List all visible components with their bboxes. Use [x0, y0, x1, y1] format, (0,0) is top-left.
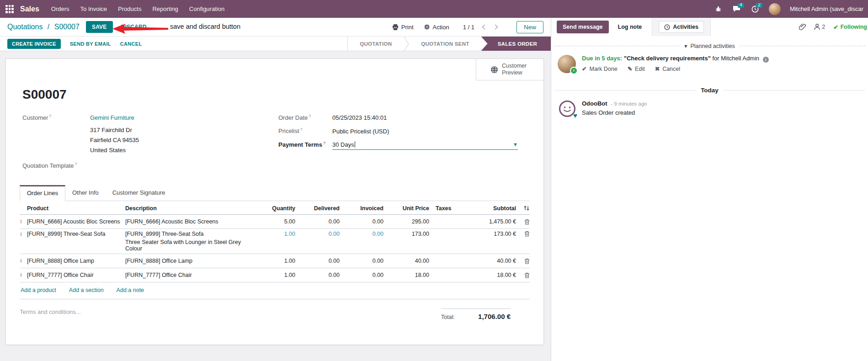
header-subtotal[interactable]: Subtotal [461, 205, 516, 212]
breadcrumb-quotations[interactable]: Quotations [7, 23, 43, 31]
drag-handle-icon[interactable]: ▲▼ [20, 259, 27, 263]
stage-quotation-sent[interactable]: QUOTATION SENT [409, 37, 481, 51]
activities-zone: Activities [652, 18, 711, 36]
control-panel: Quotations / S00007 SAVE DISCARD save an… [0, 18, 551, 36]
delete-row-icon[interactable] [524, 231, 530, 237]
customer-preview-button[interactable]: Customer Preview [476, 59, 543, 80]
activity-assignee: for Mitchell Admin [712, 55, 759, 62]
save-button[interactable]: SAVE [86, 21, 113, 33]
send-message-button[interactable]: Send message [557, 21, 609, 33]
activity-clock-icon[interactable]: 2 [751, 5, 760, 14]
tab-other-info[interactable]: Other Info [65, 185, 106, 201]
drag-handle-icon[interactable]: ▲▼ [20, 219, 27, 224]
followers-button[interactable]: 2 [814, 24, 825, 30]
breadcrumb-current: S00007 [54, 23, 80, 31]
menu-configuration[interactable]: Configuration [189, 5, 224, 12]
table-row[interactable]: ▲▼ [FURN_8999] Three-Seat Sofa [FURN_899… [20, 229, 530, 254]
apps-grid-icon[interactable] [5, 5, 14, 13]
pricelist-field[interactable]: Public Pricelist (USD) [332, 128, 389, 135]
gear-icon [424, 24, 430, 30]
user-avatar[interactable] [769, 3, 781, 15]
print-button[interactable]: Print [392, 24, 414, 31]
terms-and-conditions-placeholder[interactable]: Terms and conditions... [20, 308, 81, 320]
header-invoiced[interactable]: Invoiced [340, 205, 383, 212]
customer-address: 317 Fairchild Dr Fairfield CA 94535 Unit… [90, 125, 278, 155]
messages-icon[interactable]: 4 [732, 5, 741, 14]
table-row[interactable]: ▲▼ [FURN_8888] Office Lamp [FURN_8888] O… [20, 254, 530, 268]
planned-activities-separator: ▾ Planned activities [554, 42, 865, 49]
cancel-button[interactable]: CANCEL [120, 41, 142, 47]
pager-previous-icon[interactable] [482, 24, 487, 29]
tab-order-lines[interactable]: Order Lines [20, 185, 65, 201]
order-name: S00007 [22, 87, 530, 102]
table-add-links: Add a product Add a section Add a note [20, 282, 530, 299]
message-author[interactable]: OdooBot [582, 100, 607, 107]
followers-person-icon [814, 24, 820, 30]
form-sheet: Customer Preview S00007 Customer? Gemini… [5, 58, 544, 345]
header-description[interactable]: Description [125, 205, 253, 212]
text-cursor [355, 141, 355, 148]
planned-activities-toggle[interactable]: ▾ Planned activities [684, 42, 735, 49]
menu-reporting[interactable]: Reporting [152, 5, 178, 12]
dropdown-caret-icon[interactable]: ▼ [513, 142, 518, 147]
delete-row-icon[interactable] [524, 258, 530, 264]
drag-handle-icon[interactable]: ▲▼ [20, 273, 27, 277]
header-delivered[interactable]: Delivered [295, 205, 340, 212]
drag-handle-icon[interactable]: ▲▼ [20, 232, 27, 237]
header-quantity[interactable]: Quantity [253, 205, 295, 212]
stage-quotation[interactable]: QUOTATION [348, 37, 404, 51]
header-taxes[interactable]: Taxes [429, 205, 461, 212]
form-pane: Quotations / S00007 SAVE DISCARD save an… [0, 18, 551, 361]
add-a-section-link[interactable]: Add a section [69, 287, 104, 293]
optional-columns-icon[interactable] [523, 205, 530, 211]
action-button[interactable]: Action [424, 24, 449, 31]
debug-bug-icon[interactable] [714, 5, 723, 14]
chatter-panel: Send message Log note Activities 2 ✔ Fol… [551, 18, 868, 361]
info-icon[interactable]: i [763, 57, 769, 63]
order-lines-table: Product Description Quantity Delivered I… [20, 202, 530, 299]
payment-terms-label: Payment Terms? [278, 141, 332, 148]
breadcrumb: Quotations / S00007 [7, 23, 80, 31]
globe-icon [490, 66, 498, 74]
menu-to-invoice[interactable]: To Invoice [80, 5, 107, 12]
annotation-text: save and discard button [170, 23, 240, 30]
delete-row-icon[interactable] [524, 219, 530, 225]
pager-next-icon[interactable] [493, 24, 498, 29]
mark-done-button[interactable]: ✔Mark Done [582, 65, 618, 72]
delete-row-icon[interactable] [524, 272, 530, 278]
table-row[interactable]: ▲▼ [FURN_6666] Acoustic Bloc Screens [FU… [20, 215, 530, 229]
statusbar-row: CREATE INVOICE SEND BY EMAIL CANCEL QUOT… [0, 36, 551, 51]
header-product[interactable]: Product [27, 205, 125, 212]
send-by-email-button[interactable]: SEND BY EMAIL [70, 41, 111, 47]
discard-button[interactable]: DISCARD [121, 24, 147, 30]
cancel-activity-button[interactable]: ✖Cancel [655, 65, 680, 72]
order-date-label: Order Date? [278, 114, 332, 121]
add-a-note-link[interactable]: Add a note [117, 287, 144, 293]
form-content: Customer Preview S00007 Customer? Gemini… [0, 51, 551, 361]
pencil-icon: ✎ [628, 65, 632, 72]
stage-sales-order[interactable]: SALES ORDER [481, 37, 551, 51]
tab-customer-signature[interactable]: Customer Signature [106, 185, 172, 201]
activities-button[interactable]: Activities [659, 21, 704, 33]
header-unit-price[interactable]: Unit Price [383, 205, 429, 212]
log-note-button[interactable]: Log note [618, 24, 642, 30]
top-navbar: Sales Orders To Invoice Products Reporti… [0, 0, 868, 18]
chatter-topbar: Send message Log note Activities 2 ✔ Fol… [551, 18, 868, 36]
add-a-product-link[interactable]: Add a product [21, 287, 56, 293]
following-button[interactable]: ✔ Following [833, 24, 867, 31]
edit-activity-button[interactable]: ✎Edit [628, 65, 645, 72]
user-menu[interactable]: Mitchell Admin (save_discar [790, 5, 863, 12]
create-invoice-button[interactable]: CREATE INVOICE [7, 39, 61, 49]
message-body: Sales Order created [582, 109, 647, 116]
menu-orders[interactable]: Orders [51, 5, 69, 12]
customer-link[interactable]: Gemini Furniture [90, 114, 134, 121]
app-name-sales[interactable]: Sales [20, 5, 39, 13]
menu-products[interactable]: Products [118, 5, 141, 12]
payment-terms-input[interactable]: 30 Days ▼ [332, 141, 518, 150]
attachment-paperclip-icon[interactable] [799, 23, 806, 31]
table-row[interactable]: ▲▼ [FURN_7777] Office Chair [FURN_7777] … [20, 268, 530, 282]
order-date-field[interactable]: 05/25/2023 15:40:01 [332, 114, 387, 121]
heart-badge-icon: ♥ [573, 111, 577, 119]
chatter-message: ♥ OdooBot - 9 minutes ago Sales Order cr… [551, 94, 868, 117]
new-button[interactable]: New [517, 21, 543, 33]
